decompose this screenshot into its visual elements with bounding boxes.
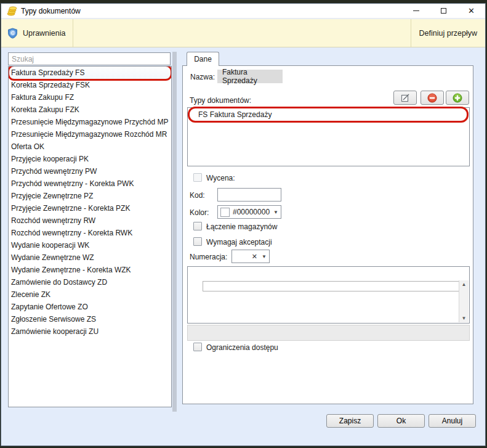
minimize-button[interactable] [402, 4, 430, 18]
list-item[interactable]: Przyjęcie Zewnętrzne PZ [9, 190, 171, 202]
chevron-down-icon: ▼ [273, 210, 278, 215]
numeration-list-box[interactable]: ▲ ▼ [187, 266, 470, 324]
list-item[interactable]: Wydanie kooperacji WK [9, 239, 171, 251]
list-item[interactable]: Przesunięcie Międzymagazynowe Przychód M… [9, 116, 171, 128]
ok-button[interactable]: Ok [377, 414, 425, 428]
list-item[interactable]: Zamówienie do Dostawcy ZD [9, 276, 171, 288]
list-item[interactable]: Rozchód wewnętrzny RW [9, 214, 171, 227]
list-item[interactable]: Zamówienie kooperacji ZU [9, 325, 171, 338]
list-item[interactable]: Oferta OK [9, 141, 171, 153]
shield-icon: C [7, 28, 18, 39]
merge-warehouses-checkbox[interactable] [193, 222, 202, 230]
numeracja-label: Numeracja: [190, 253, 227, 261]
minus-circle-icon [427, 93, 437, 103]
add-type-button[interactable] [446, 91, 469, 105]
list-item[interactable]: Przesunięcie Międzymagazynowe Rozchód MR [9, 128, 171, 141]
numeration-empty-row[interactable] [203, 281, 462, 291]
dane-panel: Nazwa: Faktura Sprzedaży Typy dokumentów… [182, 65, 473, 404]
close-button[interactable]: ✕ [457, 4, 485, 18]
tab-dane[interactable]: Dane [187, 52, 219, 66]
svg-text:C: C [11, 30, 15, 36]
kod-input[interactable] [217, 188, 281, 202]
assigned-types-list[interactable]: FS Faktura Sprzedaży [187, 107, 470, 166]
kod-label: Kod: [190, 191, 205, 200]
require-acceptance-label: Wymagaj akceptacji [206, 238, 272, 246]
vertical-scrollbar[interactable]: ▲ ▼ [459, 280, 469, 322]
list-item[interactable]: Wydanie Zewnętrzne - Korekta WZK [9, 264, 171, 276]
list-item[interactable]: Wydanie Zewnętrzne WZ [9, 251, 171, 264]
scroll-up-icon[interactable]: ▲ [462, 282, 467, 287]
app-window: Typy dokumentów ✕ C Uprawnienia Definiuj… [1, 3, 486, 446]
window-controls: ✕ [402, 4, 485, 18]
list-item[interactable]: Faktura Zakupu FZ [9, 91, 171, 104]
permissions-label: Uprawnienia [23, 29, 65, 38]
list-item[interactable]: FS Faktura Sprzedaży [188, 108, 469, 121]
pencil-icon [401, 93, 410, 102]
kolor-dropdown[interactable]: #00000000 ▼ [217, 205, 281, 219]
coins-icon [7, 6, 17, 16]
access-restrictions-label: Ograniczenia dostępu [206, 343, 278, 352]
list-item[interactable]: Przychód wewnętrzny PW [9, 165, 171, 177]
cancel-button[interactable]: Anuluj [429, 414, 476, 428]
kolor-label: Kolor: [190, 208, 209, 217]
define-flow-label: Definiuj przepływ [419, 29, 477, 38]
title-bar: Typy dokumentów ✕ [1, 4, 485, 18]
toolbar: C Uprawnienia Definiuj przepływ [1, 19, 485, 47]
list-item[interactable]: Korekta Zakupu FZK [9, 104, 171, 116]
edit-type-button[interactable] [393, 91, 417, 105]
list-item[interactable]: Przyjęcie Zewnętrzne - Korekta PZK [9, 202, 171, 214]
document-type-list[interactable]: Faktura Sprzedaży FSKorekta Sprzedaży FS… [8, 66, 172, 407]
search-input[interactable] [8, 52, 171, 65]
list-item[interactable]: Rozchód wewnętrzny - Korekta RWK [9, 227, 171, 239]
tab-dane-label: Dane [194, 55, 212, 63]
remove-type-button[interactable] [421, 91, 444, 105]
save-button[interactable]: Zapisz [326, 414, 374, 428]
scroll-down-icon[interactable]: ▼ [462, 316, 467, 321]
chevron-down-icon: ▼ [262, 254, 267, 259]
maximize-button[interactable] [430, 4, 457, 18]
clear-icon[interactable]: ✕ [252, 253, 257, 261]
define-flow-button[interactable]: Definiuj przepływ [411, 19, 485, 47]
list-item[interactable]: Zapytanie Ofertowe ZO [9, 301, 171, 313]
list-item[interactable]: Zlecenie ZK [9, 288, 171, 301]
require-acceptance-checkbox[interactable] [193, 237, 202, 246]
permissions-button[interactable]: C Uprawnienia [1, 19, 73, 47]
footer-buttons: Zapisz Ok Anuluj [326, 414, 476, 428]
nazwa-label: Nazwa: [190, 73, 215, 81]
maximize-icon [441, 8, 446, 14]
panel-splitter[interactable] [172, 52, 177, 412]
list-item[interactable]: Faktura Sprzedaży FS [9, 67, 171, 79]
list-item[interactable]: Korekta Sprzedaży FSK [9, 79, 171, 91]
types-label: Typy dokumentów: [190, 96, 251, 105]
numeration-footer-bar [187, 325, 470, 341]
wycena-checkbox[interactable] [193, 173, 202, 182]
nazwa-value-field: Faktura Sprzedaży [217, 70, 283, 83]
kolor-value: #00000000 [233, 208, 270, 216]
close-icon: ✕ [468, 7, 475, 15]
minimize-icon [413, 10, 419, 11]
merge-warehouses-label: Łączenie magazynów [206, 222, 277, 231]
numeracja-dropdown[interactable]: ✕ ▼ [231, 250, 270, 263]
list-item[interactable]: Przyjęcie kooperacji PK [9, 153, 171, 165]
access-restrictions-checkbox[interactable] [193, 343, 202, 351]
list-item[interactable]: Zgłoszenie Serwisowe ZS [9, 313, 171, 325]
wycena-label: Wycena: [206, 174, 235, 182]
nazwa-value: Faktura Sprzedaży [222, 68, 283, 85]
plus-circle-icon [453, 93, 462, 103]
list-item[interactable]: Przychód wewnętrzny - Korekta PWK [9, 177, 171, 190]
window-title: Typy dokumentów [21, 7, 81, 15]
color-swatch [220, 208, 230, 217]
